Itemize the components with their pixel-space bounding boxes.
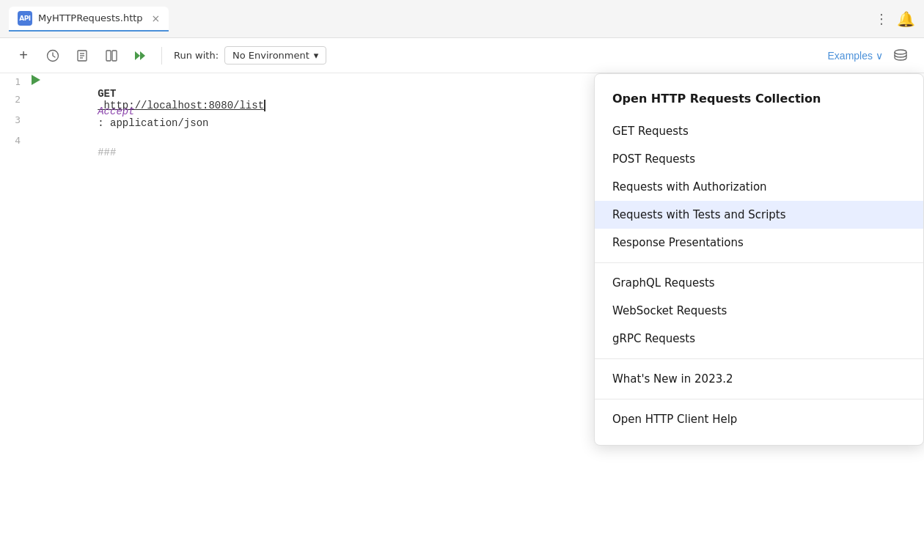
svg-rect-6 bbox=[112, 51, 117, 61]
database-icon bbox=[892, 48, 909, 64]
file-button[interactable] bbox=[70, 44, 94, 67]
tab-close-button[interactable]: × bbox=[152, 12, 161, 24]
dropdown-divider-2 bbox=[595, 358, 923, 359]
file-icon bbox=[76, 49, 89, 62]
line-number-3: 3 bbox=[6, 114, 29, 125]
split-icon bbox=[105, 49, 118, 62]
history-icon bbox=[46, 49, 59, 62]
dropdown-item-response-presentations[interactable]: Response Presentations bbox=[595, 229, 923, 257]
dropdown-item-websocket[interactable]: WebSocket Requests bbox=[595, 297, 923, 325]
svg-marker-7 bbox=[135, 51, 140, 60]
dropdown-item-graphql[interactable]: GraphQL Requests bbox=[595, 269, 923, 297]
cursor bbox=[264, 100, 271, 111]
add-button[interactable]: + bbox=[12, 44, 35, 67]
dropdown-item-post-requests[interactable]: POST Requests bbox=[595, 145, 923, 173]
dropdown-item-grpc[interactable]: gRPC Requests bbox=[595, 325, 923, 353]
run-all-icon bbox=[133, 49, 148, 62]
editor-area: 1 GET http://localhost:8080/list 2 Accep… bbox=[0, 73, 924, 560]
env-dropdown-arrow: ▾ bbox=[314, 50, 319, 61]
split-button[interactable] bbox=[100, 44, 123, 67]
svg-rect-5 bbox=[106, 51, 111, 61]
dropdown-title: Open HTTP Requests Collection bbox=[595, 86, 923, 117]
more-options-icon[interactable]: ⋮ bbox=[875, 11, 888, 26]
dropdown-item-help[interactable]: Open HTTP Client Help bbox=[595, 405, 923, 433]
separator-comment: ### bbox=[98, 147, 116, 158]
dropdown-item-auth-requests[interactable]: Requests with Authorization bbox=[595, 173, 923, 201]
env-dropdown[interactable]: No Environment ▾ bbox=[224, 46, 326, 65]
svg-point-9 bbox=[895, 50, 906, 54]
header-key: Accept bbox=[98, 106, 134, 117]
line-number-1: 1 bbox=[6, 76, 29, 87]
notifications-icon[interactable]: 🔔 bbox=[897, 10, 915, 28]
title-bar-actions: ⋮ 🔔 bbox=[875, 10, 915, 28]
svg-marker-8 bbox=[140, 51, 145, 60]
toolbar-divider bbox=[161, 47, 162, 65]
dropdown-item-tests-scripts[interactable]: Requests with Tests and Scripts bbox=[595, 201, 923, 229]
dropdown-divider-1 bbox=[595, 262, 923, 263]
api-icon: API bbox=[18, 11, 32, 26]
toolbar: + Run with: No Environment ▾ Examples bbox=[0, 38, 924, 73]
examples-arrow: ∨ bbox=[876, 50, 883, 62]
tab-title: MyHTTPRequests.http bbox=[38, 12, 143, 23]
dropdown-item-whats-new[interactable]: What's New in 2023.2 bbox=[595, 365, 923, 393]
env-dropdown-label: No Environment bbox=[232, 50, 309, 61]
line-number-4: 4 bbox=[6, 135, 29, 146]
examples-label: Examples bbox=[828, 50, 873, 62]
dropdown-divider-3 bbox=[595, 399, 923, 399]
run-request-button[interactable] bbox=[29, 73, 43, 86]
header-line: Accept : application/json bbox=[48, 94, 208, 141]
run-all-button[interactable] bbox=[129, 44, 153, 67]
separator-line: ### bbox=[48, 135, 116, 170]
dropdown-item-get-requests[interactable]: GET Requests bbox=[595, 117, 923, 145]
examples-dropdown-panel: Open HTTP Requests Collection GET Reques… bbox=[594, 73, 924, 446]
header-separator: : application/json bbox=[98, 117, 208, 129]
examples-button[interactable]: Examples ∨ bbox=[828, 50, 883, 62]
line-number-2: 2 bbox=[6, 94, 29, 105]
tab-item[interactable]: API MyHTTPRequests.http × bbox=[9, 7, 169, 32]
run-with-label: Run with: bbox=[174, 50, 219, 61]
run-triangle-icon bbox=[32, 75, 40, 85]
history-button[interactable] bbox=[41, 44, 65, 67]
title-bar: API MyHTTPRequests.http × ⋮ 🔔 bbox=[0, 0, 924, 38]
database-button[interactable] bbox=[889, 44, 912, 67]
